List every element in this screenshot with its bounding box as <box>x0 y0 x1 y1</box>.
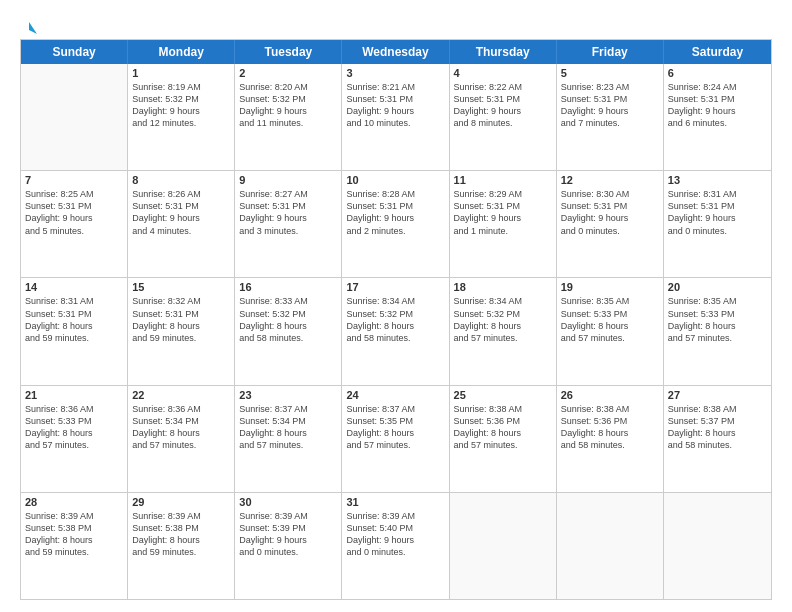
day-number: 4 <box>454 67 552 79</box>
day-number: 29 <box>132 496 230 508</box>
day-info: Sunrise: 8:38 AM Sunset: 5:37 PM Dayligh… <box>668 403 767 452</box>
day-info: Sunrise: 8:38 AM Sunset: 5:36 PM Dayligh… <box>454 403 552 452</box>
calendar-cell-5-2: 29Sunrise: 8:39 AM Sunset: 5:38 PM Dayli… <box>128 493 235 599</box>
calendar-week-1: 1Sunrise: 8:19 AM Sunset: 5:32 PM Daylig… <box>21 64 771 170</box>
calendar-header-tuesday: Tuesday <box>235 40 342 64</box>
calendar-header-sunday: Sunday <box>21 40 128 64</box>
calendar-cell-5-7 <box>664 493 771 599</box>
calendar-cell-4-3: 23Sunrise: 8:37 AM Sunset: 5:34 PM Dayli… <box>235 386 342 492</box>
calendar-cell-4-7: 27Sunrise: 8:38 AM Sunset: 5:37 PM Dayli… <box>664 386 771 492</box>
calendar-cell-2-1: 7Sunrise: 8:25 AM Sunset: 5:31 PM Daylig… <box>21 171 128 277</box>
day-number: 27 <box>668 389 767 401</box>
day-info: Sunrise: 8:32 AM Sunset: 5:31 PM Dayligh… <box>132 295 230 344</box>
day-number: 9 <box>239 174 337 186</box>
day-info: Sunrise: 8:19 AM Sunset: 5:32 PM Dayligh… <box>132 81 230 130</box>
calendar-header-thursday: Thursday <box>450 40 557 64</box>
day-info: Sunrise: 8:39 AM Sunset: 5:38 PM Dayligh… <box>25 510 123 559</box>
day-number: 20 <box>668 281 767 293</box>
calendar-cell-1-3: 2Sunrise: 8:20 AM Sunset: 5:32 PM Daylig… <box>235 64 342 170</box>
calendar-cell-4-1: 21Sunrise: 8:36 AM Sunset: 5:33 PM Dayli… <box>21 386 128 492</box>
calendar-cell-1-6: 5Sunrise: 8:23 AM Sunset: 5:31 PM Daylig… <box>557 64 664 170</box>
day-number: 30 <box>239 496 337 508</box>
day-info: Sunrise: 8:36 AM Sunset: 5:34 PM Dayligh… <box>132 403 230 452</box>
day-info: Sunrise: 8:29 AM Sunset: 5:31 PM Dayligh… <box>454 188 552 237</box>
calendar-cell-4-5: 25Sunrise: 8:38 AM Sunset: 5:36 PM Dayli… <box>450 386 557 492</box>
calendar-cell-3-7: 20Sunrise: 8:35 AM Sunset: 5:33 PM Dayli… <box>664 278 771 384</box>
day-number: 25 <box>454 389 552 401</box>
calendar-cell-2-6: 12Sunrise: 8:30 AM Sunset: 5:31 PM Dayli… <box>557 171 664 277</box>
day-number: 16 <box>239 281 337 293</box>
calendar-cell-1-1 <box>21 64 128 170</box>
calendar-cell-1-7: 6Sunrise: 8:24 AM Sunset: 5:31 PM Daylig… <box>664 64 771 170</box>
day-number: 13 <box>668 174 767 186</box>
logo <box>20 22 37 33</box>
day-info: Sunrise: 8:39 AM Sunset: 5:38 PM Dayligh… <box>132 510 230 559</box>
day-number: 11 <box>454 174 552 186</box>
calendar-week-5: 28Sunrise: 8:39 AM Sunset: 5:38 PM Dayli… <box>21 492 771 599</box>
calendar-body: 1Sunrise: 8:19 AM Sunset: 5:32 PM Daylig… <box>21 64 771 599</box>
day-info: Sunrise: 8:25 AM Sunset: 5:31 PM Dayligh… <box>25 188 123 237</box>
day-info: Sunrise: 8:24 AM Sunset: 5:31 PM Dayligh… <box>668 81 767 130</box>
day-info: Sunrise: 8:39 AM Sunset: 5:40 PM Dayligh… <box>346 510 444 559</box>
calendar-header-friday: Friday <box>557 40 664 64</box>
day-info: Sunrise: 8:34 AM Sunset: 5:32 PM Dayligh… <box>346 295 444 344</box>
calendar-week-3: 14Sunrise: 8:31 AM Sunset: 5:31 PM Dayli… <box>21 277 771 384</box>
calendar-cell-2-4: 10Sunrise: 8:28 AM Sunset: 5:31 PM Dayli… <box>342 171 449 277</box>
day-info: Sunrise: 8:35 AM Sunset: 5:33 PM Dayligh… <box>668 295 767 344</box>
calendar: SundayMondayTuesdayWednesdayThursdayFrid… <box>20 39 772 600</box>
calendar-cell-1-5: 4Sunrise: 8:22 AM Sunset: 5:31 PM Daylig… <box>450 64 557 170</box>
calendar-header-monday: Monday <box>128 40 235 64</box>
day-number: 5 <box>561 67 659 79</box>
day-number: 2 <box>239 67 337 79</box>
calendar-cell-2-7: 13Sunrise: 8:31 AM Sunset: 5:31 PM Dayli… <box>664 171 771 277</box>
calendar-cell-5-3: 30Sunrise: 8:39 AM Sunset: 5:39 PM Dayli… <box>235 493 342 599</box>
calendar-header-wednesday: Wednesday <box>342 40 449 64</box>
day-info: Sunrise: 8:26 AM Sunset: 5:31 PM Dayligh… <box>132 188 230 237</box>
day-number: 24 <box>346 389 444 401</box>
day-number: 31 <box>346 496 444 508</box>
calendar-cell-1-2: 1Sunrise: 8:19 AM Sunset: 5:32 PM Daylig… <box>128 64 235 170</box>
logo-bird-icon <box>21 20 37 36</box>
day-info: Sunrise: 8:34 AM Sunset: 5:32 PM Dayligh… <box>454 295 552 344</box>
day-info: Sunrise: 8:38 AM Sunset: 5:36 PM Dayligh… <box>561 403 659 452</box>
calendar-cell-4-6: 26Sunrise: 8:38 AM Sunset: 5:36 PM Dayli… <box>557 386 664 492</box>
calendar-cell-3-4: 17Sunrise: 8:34 AM Sunset: 5:32 PM Dayli… <box>342 278 449 384</box>
calendar-header-row: SundayMondayTuesdayWednesdayThursdayFrid… <box>21 40 771 64</box>
day-number: 10 <box>346 174 444 186</box>
svg-marker-0 <box>29 22 37 34</box>
day-number: 23 <box>239 389 337 401</box>
day-number: 21 <box>25 389 123 401</box>
day-info: Sunrise: 8:39 AM Sunset: 5:39 PM Dayligh… <box>239 510 337 559</box>
day-number: 17 <box>346 281 444 293</box>
header <box>20 18 772 33</box>
day-number: 26 <box>561 389 659 401</box>
day-number: 7 <box>25 174 123 186</box>
calendar-cell-3-2: 15Sunrise: 8:32 AM Sunset: 5:31 PM Dayli… <box>128 278 235 384</box>
day-number: 18 <box>454 281 552 293</box>
calendar-cell-2-3: 9Sunrise: 8:27 AM Sunset: 5:31 PM Daylig… <box>235 171 342 277</box>
day-number: 14 <box>25 281 123 293</box>
day-info: Sunrise: 8:27 AM Sunset: 5:31 PM Dayligh… <box>239 188 337 237</box>
day-info: Sunrise: 8:35 AM Sunset: 5:33 PM Dayligh… <box>561 295 659 344</box>
day-info: Sunrise: 8:21 AM Sunset: 5:31 PM Dayligh… <box>346 81 444 130</box>
calendar-cell-1-4: 3Sunrise: 8:21 AM Sunset: 5:31 PM Daylig… <box>342 64 449 170</box>
calendar-cell-2-2: 8Sunrise: 8:26 AM Sunset: 5:31 PM Daylig… <box>128 171 235 277</box>
day-number: 19 <box>561 281 659 293</box>
day-number: 12 <box>561 174 659 186</box>
day-number: 6 <box>668 67 767 79</box>
calendar-cell-3-1: 14Sunrise: 8:31 AM Sunset: 5:31 PM Dayli… <box>21 278 128 384</box>
day-info: Sunrise: 8:28 AM Sunset: 5:31 PM Dayligh… <box>346 188 444 237</box>
day-number: 28 <box>25 496 123 508</box>
calendar-cell-3-5: 18Sunrise: 8:34 AM Sunset: 5:32 PM Dayli… <box>450 278 557 384</box>
day-number: 22 <box>132 389 230 401</box>
calendar-header-saturday: Saturday <box>664 40 771 64</box>
calendar-cell-4-4: 24Sunrise: 8:37 AM Sunset: 5:35 PM Dayli… <box>342 386 449 492</box>
day-info: Sunrise: 8:31 AM Sunset: 5:31 PM Dayligh… <box>668 188 767 237</box>
day-info: Sunrise: 8:22 AM Sunset: 5:31 PM Dayligh… <box>454 81 552 130</box>
calendar-cell-5-5 <box>450 493 557 599</box>
calendar-cell-4-2: 22Sunrise: 8:36 AM Sunset: 5:34 PM Dayli… <box>128 386 235 492</box>
calendar-cell-5-1: 28Sunrise: 8:39 AM Sunset: 5:38 PM Dayli… <box>21 493 128 599</box>
calendar-cell-5-6 <box>557 493 664 599</box>
day-number: 3 <box>346 67 444 79</box>
day-info: Sunrise: 8:37 AM Sunset: 5:35 PM Dayligh… <box>346 403 444 452</box>
